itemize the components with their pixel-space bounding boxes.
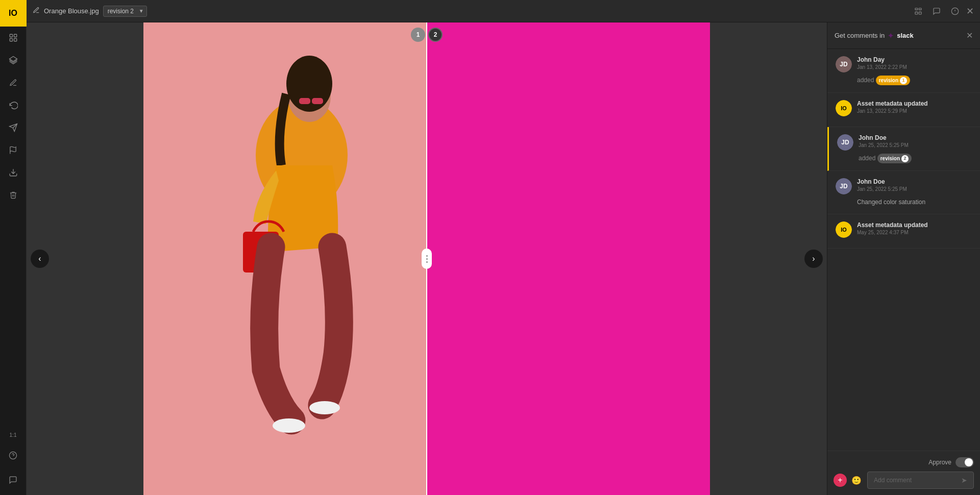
revision1-image: [143, 22, 427, 495]
svg-rect-22: [299, 98, 310, 104]
sidebar-icon-flag[interactable]: [0, 139, 27, 161]
avatar: IO: [836, 100, 852, 116]
comment-body: Changed color saturation: [857, 197, 972, 207]
avatar: JD: [836, 178, 852, 194]
prev-arrow-button[interactable]: ‹: [31, 250, 49, 268]
next-arrow-button[interactable]: ›: [804, 250, 823, 268]
image-viewer: ‹: [27, 22, 827, 495]
revision-select[interactable]: revision 1 revision 2: [103, 6, 147, 17]
sidebar-icon-chat[interactable]: [0, 468, 27, 491]
handle-grip: [426, 255, 428, 263]
comment-time: Jan 13, 2022 5:29 PM: [857, 108, 928, 114]
app-logo[interactable]: IO: [0, 0, 27, 27]
comment-item: JD John Day Jan 13, 2022 2:22 PM added r…: [827, 49, 980, 93]
sidebar-icon-undo[interactable]: [0, 94, 27, 116]
avatar: JD: [836, 56, 852, 72]
filename: Orange Blouse.jpg: [44, 7, 99, 15]
slack-platform-label: slack: [897, 32, 914, 39]
comment-input-row: + 🙂 Add comment ➤: [834, 472, 974, 489]
svg-rect-3: [14, 39, 16, 41]
slack-logo-icon: ✦: [888, 32, 894, 40]
comment-meta: Asset metadata updated May 25, 2022 4:37…: [857, 221, 928, 235]
add-reaction-button[interactable]: +: [834, 474, 847, 487]
close-button[interactable]: ✕: [966, 6, 974, 17]
svg-rect-13: [915, 12, 918, 14]
comment-time: Jan 25, 2022 5:25 PM: [859, 142, 909, 148]
sidebar-icon-download[interactable]: [0, 161, 27, 184]
info-icon-button[interactable]: [946, 2, 964, 20]
emoji-button[interactable]: 🙂: [850, 474, 863, 487]
content-area: ‹: [27, 22, 980, 495]
comment-author: Asset metadata updated: [857, 100, 928, 107]
comment-time: Jan 13, 2022 2:22 PM: [857, 64, 907, 70]
comment-meta: John Doe Jan 25, 2022 5:25 PM: [857, 178, 907, 192]
svg-rect-2: [10, 39, 12, 41]
approve-toggle[interactable]: [955, 457, 974, 467]
brand-avatar: IO: [836, 100, 852, 116]
svg-point-25: [273, 418, 305, 433]
edit-icon: [33, 7, 40, 15]
send-icon[interactable]: ➤: [961, 476, 967, 484]
comment-item: IO Asset metadata updated May 25, 2022 4…: [827, 214, 980, 249]
comment-body: added revision 1: [857, 76, 972, 85]
sidebar-icon-layers[interactable]: [0, 49, 27, 71]
revision-badge: revision 1: [876, 76, 910, 85]
badge-number: 1: [900, 77, 907, 84]
svg-rect-23: [312, 98, 323, 104]
add-comment-field[interactable]: Add comment ➤: [867, 472, 974, 489]
sidebar-icon-home[interactable]: [0, 27, 27, 49]
svg-point-9: [9, 452, 16, 459]
slack-title: Get comments in ✦ slack: [835, 32, 914, 40]
comment-body: added revision 2: [859, 154, 972, 163]
slack-header: Get comments in ✦ slack ✕: [827, 22, 980, 49]
comment-meta: John Day Jan 13, 2022 2:22 PM: [857, 56, 907, 70]
topbar: Orange Blouse.jpg revision 1 revision 2 …: [27, 0, 980, 22]
approve-label: Approve: [928, 459, 951, 466]
comment-time: May 25, 2022 4:37 PM: [857, 230, 928, 235]
comment-item: JD John Doe Jan 25, 2022 5:25 PM Changed…: [827, 171, 980, 214]
revision-badge-2: revision 2: [877, 154, 912, 163]
comment-actions: + 🙂: [834, 474, 863, 487]
comment-placeholder: Add comment: [874, 477, 912, 484]
comment-item: IO Asset metadata updated Jan 13, 2022 5…: [827, 93, 980, 127]
toggle-knob: [965, 458, 973, 466]
svg-rect-11: [915, 8, 918, 10]
right-panel: Get comments in ✦ slack ✕ JD John Day: [827, 22, 980, 495]
sidebar-icon-send[interactable]: [0, 116, 27, 139]
badge-number: 2: [901, 155, 909, 162]
slack-title-text: Get comments in: [835, 32, 885, 39]
avatar: IO: [836, 221, 852, 238]
avatar-image: JD: [836, 178, 852, 194]
comment-meta: Asset metadata updated Jan 13, 2022 5:29…: [857, 100, 928, 114]
comment-added-text: added: [859, 155, 877, 162]
share-icon-button[interactable]: [909, 2, 927, 20]
main-area: Orange Blouse.jpg revision 1 revision 2 …: [27, 0, 980, 495]
slack-close-button[interactable]: ✕: [966, 31, 973, 40]
sidebar-icon-help[interactable]: [0, 444, 27, 466]
comment-input-area: Approve + 🙂 Add comment ➤: [827, 451, 980, 495]
revision-selector[interactable]: revision 1 revision 2 ▼: [103, 6, 147, 17]
svg-rect-12: [919, 8, 921, 10]
revision2-image: [427, 22, 710, 495]
sidebar-icon-pencil[interactable]: [0, 71, 27, 94]
comments-list: JD John Day Jan 13, 2022 2:22 PM added r…: [827, 49, 980, 451]
comment-meta: John Doe Jan 25, 2022 5:25 PM: [859, 134, 909, 148]
svg-point-26: [309, 401, 340, 414]
sidebar: IO 1:1: [0, 0, 27, 495]
comment-added-text: added: [857, 77, 876, 84]
revision-marker-2[interactable]: 2: [428, 28, 443, 42]
svg-rect-1: [14, 34, 16, 37]
comment-time: Jan 25, 2022 5:25 PM: [857, 186, 907, 192]
comment-author: John Doe: [859, 134, 909, 141]
avatar: JD: [837, 134, 853, 151]
comment-author: John Day: [857, 56, 907, 63]
svg-rect-0: [10, 34, 12, 37]
split-image-container[interactable]: 1 2: [143, 22, 710, 495]
avatar-image: JD: [836, 56, 852, 72]
ratio-control[interactable]: 1:1: [0, 426, 27, 444]
comment-author: Asset metadata updated: [857, 221, 928, 229]
sidebar-icon-trash[interactable]: [0, 184, 27, 206]
revision-marker-1[interactable]: 1: [411, 28, 425, 42]
split-handle[interactable]: [422, 249, 432, 269]
comment-icon-button[interactable]: [927, 2, 946, 20]
